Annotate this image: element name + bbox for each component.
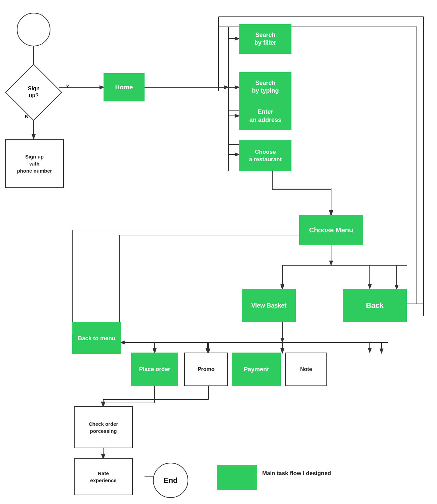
choose-restaurant-box: Choosea restaurant <box>239 140 291 171</box>
back-to-menu-box: Back to menu <box>72 322 121 354</box>
payment-box: Payment <box>232 353 281 386</box>
rate-experience-box: Rateexperience <box>74 458 133 495</box>
note-box: Note <box>285 353 327 386</box>
start-circle <box>17 13 50 46</box>
home-box: Home <box>104 73 145 101</box>
search-filter-box: Searchby filter <box>239 24 291 54</box>
signup-phone-box: Sign upwithphone number <box>5 139 64 188</box>
promo-box: Promo <box>184 353 228 386</box>
search-typing-box: Searchby typing <box>239 72 291 102</box>
choose-menu-box: Choose Menu <box>299 215 363 245</box>
signup-diamond: Signup? <box>5 64 62 121</box>
legend-color-box <box>217 465 257 490</box>
n-label: N <box>25 113 29 119</box>
check-order-box: Check orderporcessing <box>74 406 133 448</box>
enter-address-box: Enteran address <box>239 102 291 130</box>
view-basket-box: View Basket <box>242 289 296 322</box>
place-order-box: Place order <box>131 353 178 386</box>
end-circle: End <box>153 463 188 498</box>
legend-text: Main task flow I designed <box>262 470 331 477</box>
y-label: Y <box>66 83 69 89</box>
back-box: Back <box>343 289 407 322</box>
signup-diamond-label: Signup? <box>28 85 40 99</box>
